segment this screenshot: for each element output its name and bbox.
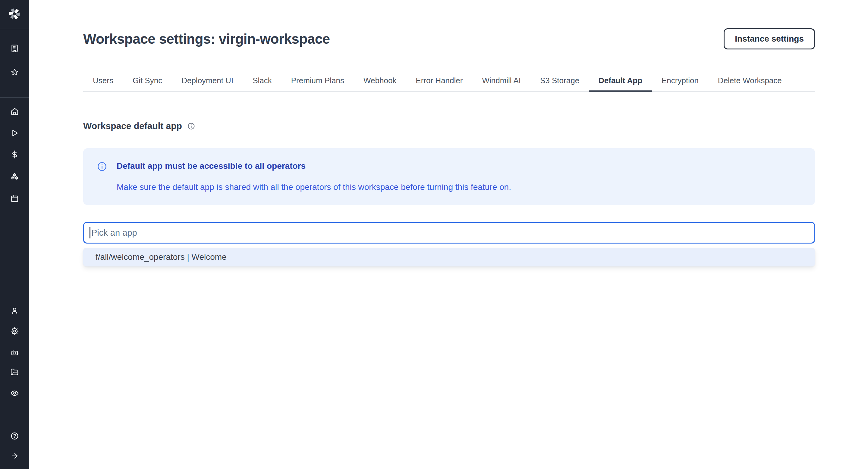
- robot-icon: [10, 348, 19, 356]
- play-icon: [10, 129, 19, 137]
- sidebar-item-settings[interactable]: [0, 324, 29, 338]
- tab-git-sync[interactable]: Git Sync: [123, 72, 172, 92]
- building-icon: [10, 44, 19, 53]
- sidebar-item-expand[interactable]: [0, 448, 29, 463]
- section-heading-row: Workspace default app: [83, 121, 815, 131]
- windmill-pinwheel-icon: [7, 7, 22, 21]
- page-header: Workspace settings: virgin-workspace Ins…: [83, 28, 815, 50]
- calendar-icon: [10, 194, 19, 202]
- arrow-right-icon: [10, 452, 19, 460]
- alert-body: Make sure the default app is shared with…: [117, 182, 511, 192]
- tab-premium-plans[interactable]: Premium Plans: [281, 72, 354, 92]
- sidebar-item-resources[interactable]: [0, 169, 29, 184]
- section-heading: Workspace default app: [83, 121, 182, 131]
- user-icon: [10, 307, 19, 315]
- settings-tabs: Users Git Sync Deployment UI Slack Premi…: [83, 72, 815, 92]
- text-caret: [90, 227, 90, 239]
- tab-error-handler[interactable]: Error Handler: [406, 72, 472, 92]
- tab-slack[interactable]: Slack: [243, 72, 281, 92]
- sidebar: [0, 0, 29, 469]
- main-content: Workspace settings: virgin-workspace Ins…: [29, 0, 868, 469]
- star-icon: [10, 68, 19, 76]
- app-picker: [83, 222, 815, 244]
- sidebar-divider: [0, 97, 29, 98]
- sidebar-item-schedules[interactable]: [0, 191, 29, 206]
- alert-text: Default app must be accessible to all op…: [117, 161, 511, 192]
- info-icon[interactable]: [187, 122, 195, 130]
- windmill-logo[interactable]: [0, 7, 29, 21]
- instance-settings-button[interactable]: Instance settings: [724, 28, 815, 50]
- tab-s3-storage[interactable]: S3 Storage: [530, 72, 589, 92]
- dropdown-option[interactable]: f/all/welcome_operators | Welcome: [83, 248, 815, 267]
- dollar-sign-icon: [10, 150, 19, 159]
- alert-title: Default app must be accessible to all op…: [117, 161, 511, 171]
- tab-users[interactable]: Users: [83, 72, 123, 92]
- page-title: Workspace settings: virgin-workspace: [83, 30, 330, 48]
- home-icon: [10, 107, 19, 116]
- sidebar-item-home[interactable]: [0, 104, 29, 119]
- sidebar-divider: [0, 29, 29, 29]
- sidebar-item-variables[interactable]: [0, 147, 29, 162]
- folder-open-icon: [10, 368, 19, 376]
- sidebar-item-users[interactable]: [0, 304, 29, 318]
- eye-icon: [10, 389, 19, 397]
- sidebar-item-folders[interactable]: [0, 365, 29, 379]
- app-picker-dropdown: f/all/welcome_operators | Welcome: [83, 248, 815, 267]
- info-alert: Default app must be accessible to all op…: [83, 148, 815, 205]
- gear-icon: [10, 327, 19, 335]
- sidebar-item-workers[interactable]: [0, 345, 29, 359]
- sidebar-item-help[interactable]: [0, 429, 29, 443]
- sidebar-item-workspace[interactable]: [0, 41, 29, 56]
- tab-webhook[interactable]: Webhook: [354, 72, 406, 92]
- tab-encryption[interactable]: Encryption: [652, 72, 708, 92]
- tab-default-app[interactable]: Default App: [589, 72, 652, 92]
- help-circle-icon: [10, 432, 19, 440]
- sidebar-item-runs[interactable]: [0, 126, 29, 140]
- sidebar-item-audit-logs[interactable]: [0, 386, 29, 400]
- app-picker-input[interactable]: [83, 222, 815, 244]
- tab-windmill-ai[interactable]: Windmill AI: [472, 72, 530, 92]
- sidebar-item-favorites[interactable]: [0, 65, 29, 79]
- tab-deployment-ui[interactable]: Deployment UI: [172, 72, 243, 92]
- info-circle-icon: [97, 162, 107, 171]
- tab-delete-workspace[interactable]: Delete Workspace: [708, 72, 792, 92]
- boxes-icon: [10, 173, 19, 181]
